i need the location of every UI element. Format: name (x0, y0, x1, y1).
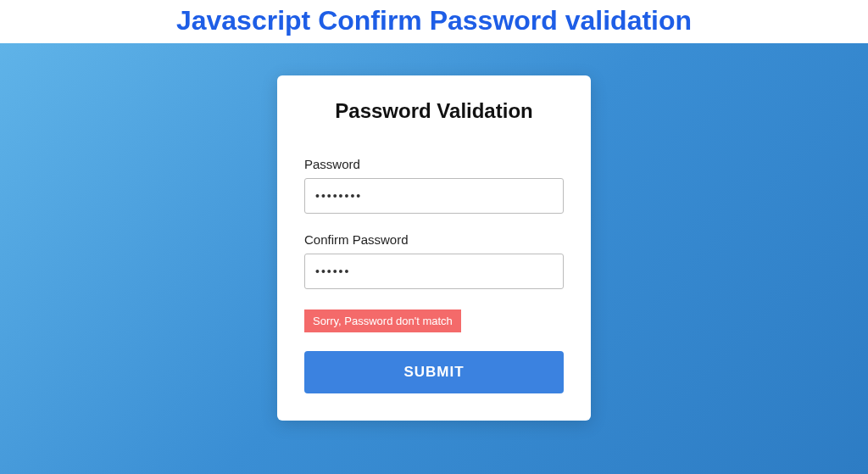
password-label: Password (304, 157, 564, 171)
page-title: Javascript Confirm Password validation (0, 5, 868, 36)
main-area: Password Validation Password Confirm Pas… (0, 43, 868, 474)
error-message: Sorry, Password don't match (304, 309, 461, 332)
confirm-password-input[interactable] (304, 254, 564, 289)
submit-button[interactable]: SUBMIT (304, 351, 564, 393)
password-input[interactable] (304, 178, 564, 214)
password-field-group: Password (304, 157, 564, 214)
card-title: Password Validation (304, 99, 564, 123)
confirm-password-field-group: Confirm Password (304, 232, 564, 289)
header-bar: Javascript Confirm Password validation (0, 0, 868, 43)
confirm-password-label: Confirm Password (304, 232, 564, 247)
validation-card: Password Validation Password Confirm Pas… (277, 75, 591, 421)
